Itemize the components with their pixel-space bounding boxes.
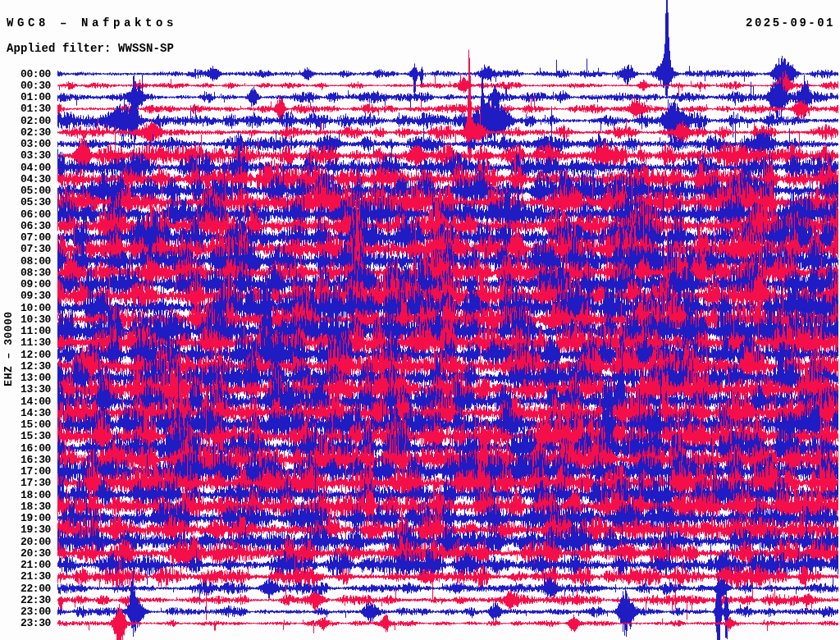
time-label: 18:30 bbox=[0, 501, 51, 512]
time-label: 21:00 bbox=[0, 560, 51, 570]
time-label: 19:30 bbox=[0, 524, 51, 535]
time-label: 01:00 bbox=[0, 92, 51, 103]
time-label: 16:00 bbox=[0, 443, 51, 454]
time-label: 13:30 bbox=[0, 384, 51, 395]
time-label: 17:00 bbox=[0, 466, 51, 477]
time-label: 09:30 bbox=[0, 290, 51, 301]
time-label: 04:30 bbox=[0, 174, 51, 185]
time-label: 10:00 bbox=[0, 303, 51, 313]
heliplot-page: WGC8 – Nafpaktos Applied filter: WWSSN-S… bbox=[0, 0, 840, 640]
date-label: 2025-09-01 bbox=[746, 16, 835, 30]
time-label: 23:30 bbox=[0, 618, 51, 629]
time-label: 23:00 bbox=[0, 606, 51, 617]
time-label: 13:00 bbox=[0, 373, 51, 383]
time-label: 14:30 bbox=[0, 408, 51, 418]
time-label: 16:30 bbox=[0, 455, 51, 465]
time-label: 06:00 bbox=[0, 209, 51, 220]
time-label: 14:00 bbox=[0, 396, 51, 407]
time-label: 07:00 bbox=[0, 232, 51, 243]
time-label: 11:00 bbox=[0, 326, 51, 336]
time-axis: 00:0000:3001:0001:3002:0002:3003:0003:30… bbox=[0, 0, 52, 640]
time-label: 15:30 bbox=[0, 431, 51, 441]
time-label: 12:00 bbox=[0, 350, 51, 360]
time-label: 20:30 bbox=[0, 548, 51, 559]
time-label: 09:00 bbox=[0, 279, 51, 290]
time-label: 15:00 bbox=[0, 419, 51, 430]
time-label: 05:00 bbox=[0, 185, 51, 196]
time-label: 03:00 bbox=[0, 139, 51, 149]
time-label: 11:30 bbox=[0, 337, 51, 348]
time-label: 02:00 bbox=[0, 116, 51, 126]
time-label: 12:30 bbox=[0, 361, 51, 372]
time-label: 10:30 bbox=[0, 314, 51, 325]
time-label: 00:00 bbox=[0, 69, 51, 80]
time-label: 06:30 bbox=[0, 221, 51, 231]
time-label: 17:30 bbox=[0, 478, 51, 488]
time-label: 05:30 bbox=[0, 197, 51, 208]
time-label: 22:30 bbox=[0, 595, 51, 606]
time-label: 04:00 bbox=[0, 162, 51, 173]
time-label: 18:00 bbox=[0, 490, 51, 501]
time-label: 08:30 bbox=[0, 267, 51, 278]
seismogram-canvas bbox=[0, 0, 840, 640]
time-label: 22:00 bbox=[0, 583, 51, 594]
time-label: 00:30 bbox=[0, 80, 51, 91]
time-label: 08:00 bbox=[0, 256, 51, 267]
time-label: 19:00 bbox=[0, 513, 51, 523]
time-label: 02:30 bbox=[0, 127, 51, 138]
time-label: 01:30 bbox=[0, 103, 51, 114]
time-label: 07:30 bbox=[0, 244, 51, 254]
time-label: 03:30 bbox=[0, 150, 51, 161]
time-label: 20:00 bbox=[0, 537, 51, 547]
time-label: 21:30 bbox=[0, 571, 51, 582]
